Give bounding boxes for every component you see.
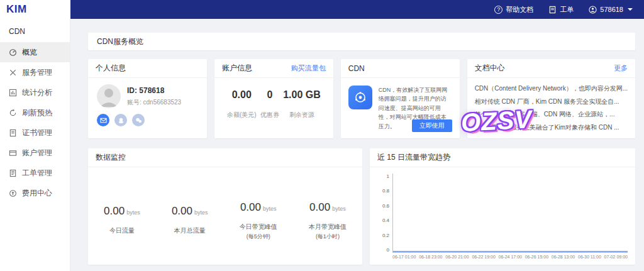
user-menu[interactable]: 578618 bbox=[589, 6, 633, 14]
user-id-value: ID: 578618 bbox=[127, 86, 181, 95]
ticket-list-icon bbox=[9, 169, 17, 177]
data-monitor-card: 数据监控 0.00bytes 今日流量 0.00bytes 本月总流量 0.00… bbox=[88, 148, 362, 265]
refresh-icon bbox=[9, 109, 17, 117]
trend-title: 近 15 日流量带宽趋势 bbox=[377, 152, 450, 163]
qq-icon[interactable] bbox=[114, 114, 127, 126]
billing-icon bbox=[9, 189, 17, 197]
topbar: KIM ? 帮助文档 工单 578618 bbox=[0, 0, 644, 19]
ticket-icon bbox=[548, 6, 557, 14]
y-tick-label: 0.2 bbox=[382, 233, 389, 238]
docs-more-link[interactable]: 更多 bbox=[614, 64, 628, 73]
y-tick-label: 0.8 bbox=[382, 188, 389, 194]
month-peak-value: 0.00 bbox=[309, 201, 330, 213]
cdn-card-title: CDN bbox=[348, 64, 365, 73]
sidebar-item-certificates[interactable]: 证书管理 bbox=[0, 123, 70, 143]
month-peak-label: 本月带宽峰值 bbox=[309, 223, 347, 231]
y-tick-label: 0.4 bbox=[382, 218, 389, 223]
page-title: CDN服务概览 bbox=[97, 36, 143, 47]
unit-label: bytes bbox=[332, 206, 346, 212]
y-tick-label: 0.6 bbox=[382, 203, 389, 209]
monitor-header: 数据监控 bbox=[88, 148, 362, 167]
overview-icon bbox=[9, 48, 17, 57]
sidebar-title: CDN bbox=[0, 19, 70, 42]
resource-value: 1.00 GB bbox=[283, 89, 321, 101]
today-traffic-value: 0.00 bbox=[104, 205, 125, 217]
docs-title: 文档中心 bbox=[475, 63, 505, 74]
sidebar-item-label: 服务管理 bbox=[22, 67, 52, 78]
page-title-bar: CDN服务概览 bbox=[88, 33, 635, 50]
y-tick-label: 1 bbox=[387, 174, 389, 179]
user-icon bbox=[589, 6, 597, 14]
monitor-row: 数据监控 0.00bytes 今日流量 0.00bytes 本月总流量 0.00… bbox=[88, 148, 635, 265]
trend-chart-card: 近 15 日流量带宽趋势 10.80.60.40.20 06-17 01:000… bbox=[370, 148, 635, 265]
help-icon: ? bbox=[494, 6, 502, 14]
email-icon[interactable] bbox=[97, 114, 109, 126]
personal-info-title: 个人信息 bbox=[96, 63, 126, 74]
tools-icon bbox=[9, 69, 17, 77]
balance-label: 余额(美元) bbox=[227, 111, 257, 119]
sidebar-item-ticket-management[interactable]: 工单管理 bbox=[0, 163, 70, 183]
today-peak-value: 0.00 bbox=[240, 201, 261, 213]
account-number: 账号: cdn56683523 bbox=[127, 98, 181, 107]
coupon-value: 0 bbox=[267, 89, 272, 101]
x-tick-label: 06-17 01:00 bbox=[392, 255, 416, 262]
sidebar-item-statistics[interactable]: 统计分析 bbox=[0, 82, 70, 102]
month-traffic-label: 本月总流量 bbox=[172, 226, 208, 235]
bar-chart-icon bbox=[9, 89, 17, 97]
x-tick-label: 06-30 11:00 bbox=[578, 255, 601, 262]
metric-sublabel: (每1小时) bbox=[309, 233, 347, 241]
unit-label: bytes bbox=[126, 209, 140, 216]
today-traffic-metric: 0.00bytes 今日流量 bbox=[104, 205, 140, 236]
sidebar-item-label: 账户管理 bbox=[22, 148, 52, 158]
sidebar-item-account-management[interactable]: 账户管理 bbox=[0, 143, 70, 163]
sidebar-item-label: 统计分析 bbox=[22, 87, 52, 98]
user-id-label: 578618 bbox=[600, 6, 623, 13]
sidebar-item-label: 概览 bbox=[22, 47, 37, 58]
topbar-right: ? 帮助文档 工单 578618 bbox=[494, 5, 644, 14]
metric-sublabel: (每5分钟) bbox=[240, 233, 277, 241]
balance-value: 0.00 bbox=[232, 89, 252, 101]
x-axis-labels: 06-17 01:0006-18 23:0006-20 21:0006-22 1… bbox=[392, 253, 628, 262]
ticket-link[interactable]: 工单 bbox=[548, 5, 574, 14]
buy-traffic-link[interactable]: 购买流量包 bbox=[291, 64, 326, 73]
main-content: CDN服务概览 个人信息 ID: 578618 账号: cdn56683523 bbox=[70, 19, 644, 271]
y-tick-label: 0 bbox=[387, 247, 389, 253]
balance-metric: 0.00 余额(美元) bbox=[227, 89, 257, 119]
x-tick-label: 06-22 19:00 bbox=[472, 255, 495, 262]
account-info-title: 账户信息 bbox=[222, 63, 252, 74]
account-info-card: 账户信息 购买流量包 0.00 余额(美元) 0 优惠券 1.00 GB 剩余资… bbox=[214, 59, 333, 138]
x-tick-label: 06-20 21:00 bbox=[445, 255, 469, 262]
resource-label: 剩余资源 bbox=[289, 111, 314, 119]
monitor-title: 数据监控 bbox=[96, 152, 126, 163]
unit-label: bytes bbox=[194, 209, 208, 216]
coupon-label: 优惠券 bbox=[260, 111, 279, 119]
doc-link[interactable]: CDN（Content Delivery Network），也即内容分发网... bbox=[475, 82, 628, 96]
x-tick-label: 06-26 15:00 bbox=[525, 255, 548, 262]
cdn-card-header: CDN bbox=[341, 59, 460, 78]
unit-label: bytes bbox=[263, 206, 277, 212]
sidebar: CDN 概览 服务管理 统计分析 刷新预热 证书管理 bbox=[0, 19, 70, 271]
sidebar-item-service-management[interactable]: 服务管理 bbox=[0, 62, 70, 82]
personal-info-header: 个人信息 bbox=[88, 59, 207, 78]
sidebar-item-overview[interactable]: 概览 bbox=[0, 42, 70, 62]
use-now-button[interactable]: 立即使用 bbox=[412, 119, 452, 132]
logo-zone: KIM bbox=[0, 0, 70, 19]
month-traffic-value: 0.00 bbox=[172, 205, 192, 217]
month-traffic-metric: 0.00bytes 本月总流量 bbox=[172, 205, 208, 236]
month-peak-metric: 0.00bytes 本月带宽峰值 (每1小时) bbox=[309, 201, 347, 241]
certificate-icon bbox=[9, 129, 17, 137]
sidebar-item-refresh-preheat[interactable]: 刷新预热 bbox=[0, 102, 70, 123]
x-tick-label: 06-24 17:00 bbox=[499, 255, 522, 262]
kim-logo: KIM bbox=[6, 3, 27, 16]
summary-cards-row: 个人信息 ID: 578618 账号: cdn56683523 bbox=[88, 59, 635, 138]
wechat-icon[interactable] bbox=[132, 114, 145, 126]
watermark-sticker: OZSV bbox=[460, 105, 533, 137]
help-docs-link[interactable]: ? 帮助文档 bbox=[494, 5, 533, 14]
account-card-icon bbox=[9, 149, 17, 157]
sidebar-item-billing-center[interactable]: 费用中心 bbox=[0, 183, 70, 203]
account-info-header: 账户信息 购买流量包 bbox=[214, 59, 333, 78]
y-axis-labels: 10.80.60.40.20 bbox=[377, 174, 392, 253]
x-tick-label: 07-02 09:00 bbox=[604, 255, 628, 262]
trend-header: 近 15 日流量带宽趋势 bbox=[370, 148, 635, 167]
sidebar-item-label: 证书管理 bbox=[22, 128, 52, 138]
